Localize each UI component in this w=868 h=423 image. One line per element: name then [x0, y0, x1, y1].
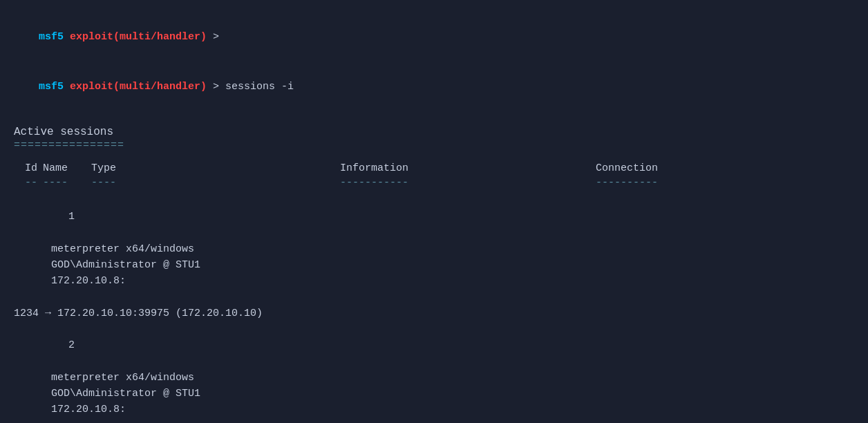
col-header-id: Id — [14, 162, 43, 174]
sessions-cmd: > sessions -i — [207, 81, 294, 93]
exploit-cmd-1: exploit(multi/handler) — [70, 31, 207, 43]
sessions-table: Id Name Type Information Connection -- -… — [14, 161, 854, 423]
row-2-info: GOD\Administrator @ STU1 — [51, 386, 307, 402]
divider-name: ---- — [43, 177, 91, 189]
msf-prompt-1: msf5 — [39, 31, 64, 43]
col-header-connection: Connection — [596, 162, 658, 174]
row-1-conn: 172.20.10.8: — [51, 275, 126, 287]
col-header-type: Type — [91, 162, 340, 174]
prompt-line-1: msf5 exploit(multi/handler) > — [14, 12, 854, 62]
table-row: 1 meterpreter x64/windows GOD\Administra… — [14, 193, 854, 306]
divider-id: -- — [14, 177, 43, 189]
row-1-type: meterpreter x64/windows — [51, 241, 300, 257]
row-2-type: meterpreter x64/windows — [51, 370, 300, 386]
divider-connection: ---------- — [596, 177, 658, 189]
prompt-space-2 — [64, 81, 70, 93]
divider-information: ----------- — [340, 177, 596, 189]
row-2-id: 2 — [51, 337, 80, 353]
col-header-information: Information — [340, 162, 596, 174]
prompt-space-1 — [64, 31, 70, 43]
row-2-conn: 172.20.10.8: — [51, 404, 126, 415]
table-divider-row: -- ---- ---- ----------- ---------- — [14, 176, 854, 190]
col-header-name: Name — [43, 162, 91, 174]
prompt-line-2: msf5 exploit(multi/handler) > sessions -… — [14, 62, 854, 112]
table-row-1-cont: 1234 → 172.20.10.10:39975 (172.20.10.10) — [14, 306, 854, 321]
terminal-window: msf5 exploit(multi/handler) > msf5 explo… — [0, 0, 868, 423]
section-title: Active sessions — [14, 126, 854, 138]
row-1-id: 1 — [51, 209, 80, 225]
table-row-2: 2 meterpreter x64/windows GOD\Administra… — [14, 321, 854, 423]
section-underline: ================ — [14, 140, 854, 151]
prompt-arrow-1: > — [207, 31, 219, 43]
row-1-info: GOD\Administrator @ STU1 — [51, 257, 307, 273]
divider-type: ---- — [91, 177, 340, 189]
exploit-cmd-2: exploit(multi/handler) — [70, 81, 207, 93]
table-header-row: Id Name Type Information Connection — [14, 161, 854, 176]
msf-prompt-2: msf5 — [39, 81, 64, 93]
